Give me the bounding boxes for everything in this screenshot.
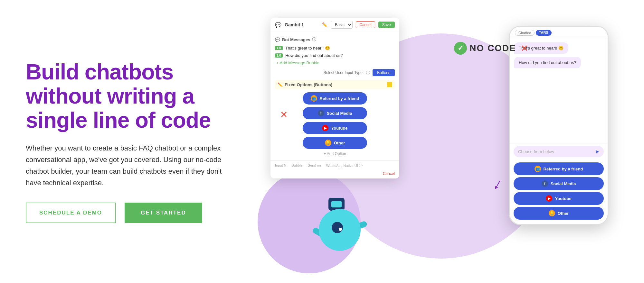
send-icon: ➤ — [595, 149, 599, 155]
schedule-demo-button[interactable]: SCHEDULE A DEMO — [26, 203, 116, 223]
get-started-button[interactable]: GET STARTED — [125, 203, 202, 223]
brand-chatbot-label: Chatbot — [515, 30, 535, 36]
message-row-2: 1.0 How did you find out about us? — [275, 53, 395, 58]
phone-input-placeholder: Choose from below — [518, 149, 554, 154]
speech-bubble-icon: 💬 — [275, 37, 280, 42]
robot-body — [319, 209, 361, 251]
option-btn-friend[interactable]: 👥 Referred by a friend — [303, 92, 367, 105]
builder-panel: 💬 Gambit 1 ✏️ Basic Cancel Save 💬 Bot Me… — [270, 18, 399, 178]
phone-options: 👥 Referred by a friend f Social Media ▶ … — [510, 160, 608, 224]
phone-option-other[interactable]: 💡 Other — [514, 207, 604, 220]
phone-option-youtube[interactable]: ▶ Youtube — [514, 192, 604, 205]
right-section: ✕ 💬 Gambit 1 ✏️ Basic Cancel Save 💬 Bot … — [264, 0, 618, 283]
left-section: Build chatbots without writing a single … — [26, 60, 245, 223]
no-code-text: NO CODE — [469, 43, 516, 53]
phone-option-friend[interactable]: 👥 Referred by a friend — [514, 162, 604, 175]
footer-cancel-link[interactable]: Cancel — [275, 171, 395, 176]
input-type-info-icon: ⓘ — [366, 70, 370, 76]
option-btn-social[interactable]: f Social Media — [303, 107, 367, 119]
robot-eye — [332, 222, 343, 233]
chat-icon: 💬 — [275, 22, 281, 28]
footer-item-4: WhatsApp Native UI ⓘ — [326, 163, 363, 168]
option-btn-other[interactable]: 💡 Other — [303, 137, 367, 149]
phone-other-icon: 💡 — [549, 210, 555, 216]
check-circle-icon: ✓ — [454, 42, 467, 55]
phone-friend-icon: 👥 — [535, 166, 541, 172]
footer-item-1: Input N — [275, 163, 286, 168]
buttons-type-button[interactable]: Buttons — [373, 69, 395, 76]
message-text-1: That's great to hear!! 😊 — [285, 46, 330, 50]
robot-character — [312, 193, 367, 257]
phone-brand: Chatbot TARS — [515, 30, 552, 36]
button-row: SCHEDULE A DEMO GET STARTED — [26, 203, 245, 223]
phone-header: Chatbot TARS — [510, 27, 608, 38]
phone-mockup: Chatbot TARS That's great to hear!! 😊 Ho… — [509, 26, 609, 225]
facebook-icon: f — [318, 110, 324, 116]
brand-tars-label: TARS — [536, 30, 552, 36]
x-mark-left-decoration: ✕ — [280, 109, 288, 120]
x-mark-right-decoration: ✕ — [521, 43, 528, 54]
edit-icon: ✏️ — [322, 22, 327, 27]
page-wrapper: Build chatbots without writing a single … — [0, 0, 644, 283]
option-btn-youtube[interactable]: ▶ Youtube — [303, 122, 367, 134]
no-code-badge: ✓ NO CODE ✕ — [454, 42, 528, 55]
subtext: Whether you want to create a basic FAQ c… — [26, 142, 225, 189]
robot-eye-shine — [339, 228, 342, 231]
builder-footer: Input N Bubble Send on WhatsApp Native U… — [270, 160, 399, 178]
footer-item-3: Send on — [308, 163, 321, 168]
basic-select[interactable]: Basic — [331, 21, 353, 29]
builder-cancel-button[interactable]: Cancel — [356, 21, 375, 28]
pencil-icon: ✏️ — [278, 82, 283, 87]
add-option-btn[interactable]: + Add Option — [275, 151, 395, 156]
other-icon: 💡 — [325, 140, 331, 146]
phone-chat-bubble-2: How did you find out about us? — [514, 57, 581, 68]
input-type-row: Select User Input Type: ⓘ Buttons — [275, 69, 395, 76]
version-badge-1: 1.0 — [275, 46, 283, 50]
builder-body: 💬 Bot Messages ⓘ 1.0 That's great to hea… — [270, 32, 399, 160]
footer-item-2: Bubble — [291, 163, 302, 168]
status-indicator — [387, 82, 392, 87]
robot-head — [328, 198, 345, 211]
phone-yt-icon: ▶ — [546, 195, 552, 202]
fixed-options-header: ✏️ Fixed Options (Buttons) — [275, 80, 395, 89]
robot-eye-wrap — [327, 217, 353, 243]
footer-items: Input N Bubble Send on WhatsApp Native U… — [275, 163, 395, 168]
info-icon: ⓘ — [312, 37, 316, 42]
builder-save-button[interactable]: Save — [378, 22, 395, 28]
youtube-icon: ▶ — [322, 125, 328, 131]
phone-input-box[interactable]: Choose from below ➤ — [514, 146, 604, 157]
phone-option-social[interactable]: f Social Media — [514, 177, 604, 190]
builder-header: 💬 Gambit 1 ✏️ Basic Cancel Save — [270, 18, 399, 32]
message-row-1: 1.0 That's great to hear!! 😊 — [275, 46, 395, 50]
robot-visor — [331, 201, 342, 207]
builder-title: Gambit 1 — [285, 22, 319, 27]
message-text-2: How did you find out about us? — [285, 53, 343, 58]
phone-fb-icon: f — [542, 180, 548, 187]
version-badge-2: 1.0 — [275, 53, 283, 58]
phone-input-area: Choose from below ➤ — [510, 143, 608, 160]
add-message-bubble-btn[interactable]: + Add Message Bubble — [275, 60, 395, 65]
headline: Build chatbots without writing a single … — [26, 60, 245, 132]
friend-icon: 👥 — [311, 95, 317, 102]
input-type-label: Select User Input Type: — [324, 70, 364, 75]
bot-messages-label: 💬 Bot Messages ⓘ — [275, 37, 395, 42]
